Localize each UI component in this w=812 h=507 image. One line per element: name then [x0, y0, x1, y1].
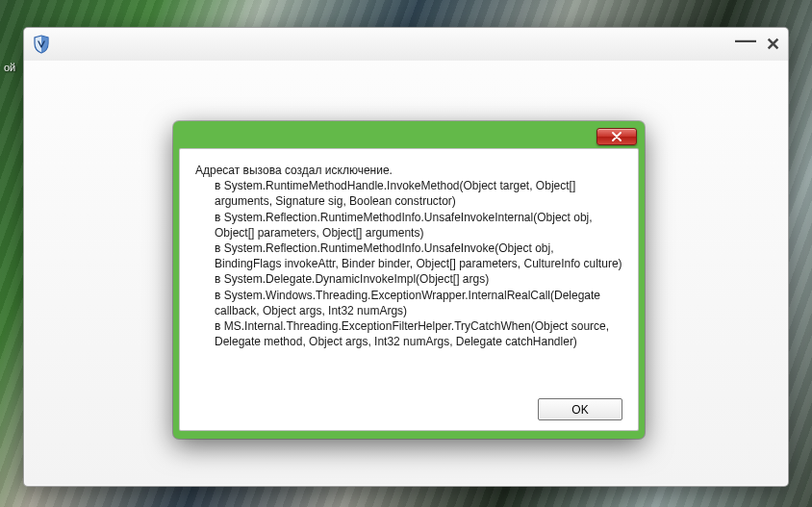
error-text: Адресат вызова создал исключение. в Syst…	[195, 163, 622, 391]
close-icon	[611, 132, 622, 141]
close-button[interactable]: ✕	[766, 36, 780, 53]
stack-frame: в System.RuntimeMethodHandle.InvokeMetho…	[195, 178, 622, 209]
error-heading: Адресат вызова создал исключение.	[195, 163, 622, 178]
stack-frame: в System.Delegate.DynamicInvokeImpl(Obje…	[195, 271, 622, 287]
stack-frame: в System.Reflection.RuntimeMethodInfo.Un…	[195, 210, 622, 241]
dialog-titlebar[interactable]	[179, 127, 639, 148]
minimize-button[interactable]: —	[735, 30, 756, 51]
desktop-icon-label: ой	[4, 62, 15, 73]
stack-frame: в System.Reflection.RuntimeMethodInfo.Un…	[195, 241, 622, 271]
dialog-close-button[interactable]	[596, 128, 637, 145]
dialog-body: Адресат вызова создал исключение. в Syst…	[179, 148, 639, 431]
window-controls: — ✕	[735, 34, 780, 55]
ok-button[interactable]: OK	[538, 398, 622, 420]
stack-frame: в System.Windows.Threading.ExceptionWrap…	[195, 288, 622, 318]
dialog-button-row: OK	[195, 391, 622, 420]
shield-icon	[32, 34, 51, 55]
error-dialog: Адресат вызова создал исключение. в Syst…	[173, 121, 645, 439]
titlebar[interactable]: — ✕	[24, 28, 788, 61]
stack-frame: в MS.Internal.Threading.ExceptionFilterH…	[195, 318, 622, 349]
